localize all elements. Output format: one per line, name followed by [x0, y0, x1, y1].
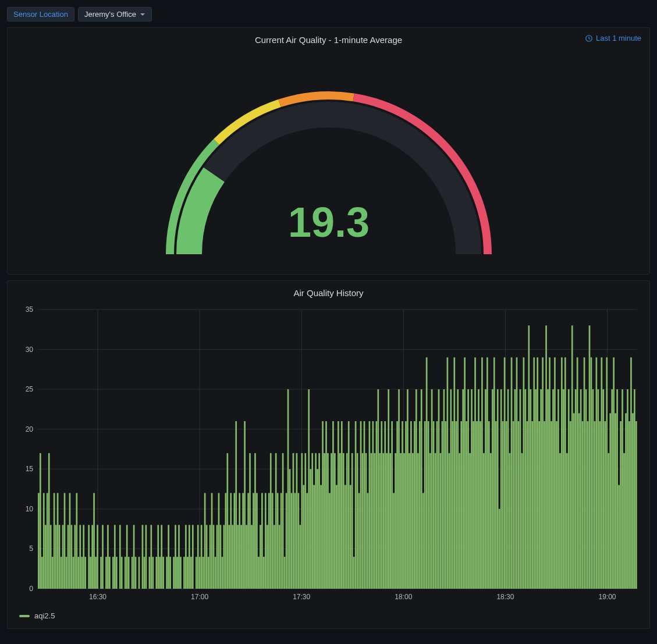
- svg-rect-54: [81, 557, 83, 589]
- svg-rect-287: [511, 357, 513, 589]
- svg-rect-214: [384, 421, 386, 589]
- svg-rect-347: [615, 413, 616, 589]
- svg-rect-223: [400, 453, 402, 589]
- svg-rect-198: [357, 453, 358, 589]
- svg-rect-160: [291, 493, 293, 589]
- svg-text:5: 5: [29, 545, 33, 553]
- timerange-picker[interactable]: Last 1 minute: [585, 34, 641, 42]
- svg-rect-338: [599, 421, 601, 589]
- svg-rect-49: [73, 557, 74, 589]
- svg-rect-284: [506, 421, 507, 589]
- svg-rect-320: [568, 389, 570, 589]
- svg-rect-303: [538, 421, 540, 589]
- svg-rect-266: [474, 357, 476, 589]
- svg-rect-271: [483, 453, 485, 589]
- svg-rect-193: [348, 421, 350, 589]
- svg-rect-56: [84, 557, 86, 589]
- svg-rect-221: [396, 421, 398, 589]
- svg-rect-219: [393, 493, 395, 589]
- history-chart[interactable]: 0510152025303516:3017:0017:3018:0018:301…: [15, 304, 643, 606]
- svg-rect-357: [632, 413, 634, 589]
- svg-rect-133: [244, 421, 246, 589]
- svg-rect-145: [265, 493, 267, 589]
- svg-rect-106: [197, 525, 199, 589]
- svg-rect-351: [622, 389, 623, 589]
- svg-rect-200: [360, 421, 362, 589]
- svg-rect-67: [109, 557, 111, 589]
- svg-rect-224: [402, 421, 403, 589]
- svg-rect-222: [398, 389, 400, 589]
- svg-rect-226: [405, 421, 407, 589]
- svg-rect-264: [471, 389, 473, 589]
- svg-rect-81: [144, 557, 145, 589]
- svg-rect-269: [480, 421, 481, 589]
- svg-rect-125: [230, 493, 232, 589]
- svg-rect-290: [516, 357, 518, 589]
- svg-rect-184: [332, 421, 334, 589]
- svg-rect-215: [386, 453, 388, 589]
- svg-rect-252: [450, 389, 452, 589]
- svg-rect-37: [52, 557, 54, 589]
- svg-rect-268: [478, 389, 480, 589]
- svg-rect-322: [571, 325, 573, 589]
- svg-rect-355: [628, 421, 630, 589]
- svg-rect-168: [304, 453, 306, 589]
- svg-rect-126: [232, 525, 233, 589]
- svg-rect-78: [135, 557, 137, 589]
- variable-label-chip[interactable]: Sensor Location: [7, 7, 74, 22]
- svg-rect-341: [604, 421, 606, 589]
- svg-rect-187: [338, 421, 339, 589]
- svg-rect-339: [601, 357, 602, 589]
- variable-value-dropdown[interactable]: Jeremy's Office: [78, 7, 152, 22]
- svg-rect-170: [308, 389, 310, 589]
- svg-rect-295: [525, 389, 527, 589]
- svg-rect-91: [166, 557, 168, 589]
- svg-rect-82: [145, 525, 147, 589]
- svg-rect-251: [449, 453, 450, 589]
- svg-rect-313: [556, 421, 557, 589]
- legend-swatch: [19, 615, 30, 617]
- svg-rect-352: [623, 453, 625, 589]
- svg-text:18:30: 18:30: [496, 593, 514, 601]
- svg-rect-296: [526, 421, 528, 589]
- svg-rect-129: [237, 525, 239, 589]
- svg-rect-99: [183, 557, 185, 589]
- svg-rect-277: [493, 357, 495, 589]
- svg-rect-216: [388, 389, 389, 589]
- svg-rect-95: [175, 525, 176, 589]
- chevron-down-icon: [140, 12, 145, 17]
- svg-rect-86: [155, 557, 157, 589]
- svg-rect-57: [88, 525, 90, 589]
- svg-rect-118: [218, 493, 220, 589]
- svg-rect-319: [566, 453, 568, 589]
- svg-rect-109: [203, 557, 204, 589]
- svg-rect-229: [410, 421, 412, 589]
- chart-legend[interactable]: aqi2.5: [15, 608, 642, 620]
- svg-rect-153: [279, 525, 280, 589]
- svg-rect-183: [331, 453, 332, 589]
- svg-rect-165: [300, 525, 301, 589]
- svg-rect-137: [251, 525, 253, 589]
- svg-rect-228: [409, 453, 410, 589]
- svg-rect-192: [346, 453, 348, 589]
- svg-rect-103: [190, 557, 192, 589]
- svg-rect-236: [422, 493, 424, 589]
- svg-rect-162: [294, 493, 296, 589]
- svg-rect-326: [578, 413, 580, 589]
- svg-rect-61: [95, 557, 97, 589]
- svg-rect-330: [585, 389, 587, 589]
- svg-rect-348: [616, 389, 618, 589]
- svg-rect-44: [64, 493, 66, 589]
- svg-rect-180: [325, 421, 327, 589]
- svg-rect-202: [364, 421, 365, 589]
- svg-rect-96: [176, 557, 178, 589]
- svg-rect-225: [403, 453, 405, 589]
- history-panel: Air Quality History 0510152025303516:301…: [7, 280, 650, 629]
- svg-rect-134: [246, 525, 247, 589]
- svg-rect-273: [486, 357, 488, 589]
- svg-rect-340: [602, 389, 604, 589]
- svg-rect-206: [371, 453, 372, 589]
- svg-rect-350: [620, 421, 622, 589]
- svg-rect-43: [62, 525, 64, 589]
- svg-rect-150: [274, 525, 275, 589]
